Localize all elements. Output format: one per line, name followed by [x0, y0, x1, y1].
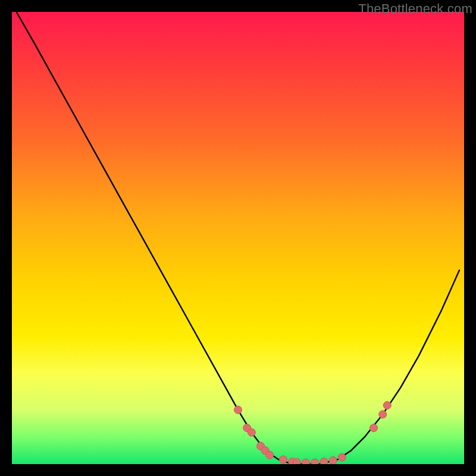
plot-area: [12, 12, 464, 464]
data-marker: [383, 402, 391, 409]
data-marker: [338, 453, 346, 461]
curve-group: [17, 12, 460, 464]
watermark-label: TheBottleneck.com: [358, 1, 472, 17]
data-marker: [280, 456, 287, 464]
data-marker: [320, 458, 328, 464]
data-marker: [234, 406, 242, 414]
data-marker: [293, 459, 300, 465]
data-marker: [370, 424, 378, 432]
data-marker: [311, 459, 319, 464]
data-marker: [302, 459, 310, 464]
bottleneck-curve: [17, 12, 460, 464]
data-marker: [379, 411, 387, 418]
data-marker: [329, 456, 337, 464]
chart-svg: [12, 12, 464, 464]
data-marker: [266, 451, 274, 459]
chart-frame: [12, 12, 464, 464]
data-marker: [248, 428, 255, 436]
